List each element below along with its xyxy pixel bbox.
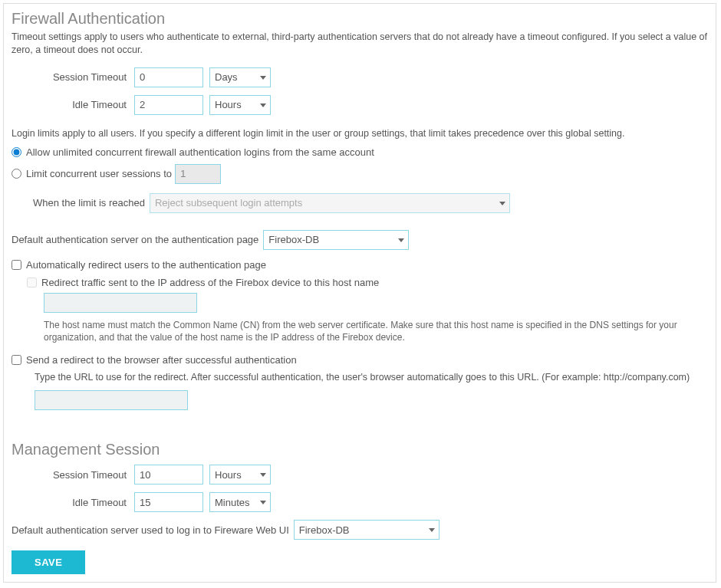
send-redirect-hint: Type the URL to use for the redirect. Af… [35, 372, 708, 383]
webui-auth-label: Default authentication server used to lo… [12, 524, 289, 536]
idle-timeout-row: Idle Timeout Hours [12, 95, 708, 115]
redirect-traffic-checkbox [27, 278, 37, 287]
when-limit-label: When the limit is reached [33, 197, 145, 209]
session-timeout-input[interactable] [134, 67, 203, 87]
mgmt-idle-timeout-row: Idle Timeout Minutes [12, 492, 708, 512]
mgmt-session-timeout-row: Session Timeout Hours [12, 465, 708, 485]
mgmt-idle-timeout-input[interactable] [134, 492, 203, 512]
when-limit-row: When the limit is reached Reject subsequ… [12, 193, 708, 213]
settings-panel: Firewall Authentication Timeout settings… [3, 3, 716, 583]
hostname-input [44, 293, 197, 313]
idle-timeout-unit-select[interactable]: Hours [209, 95, 271, 115]
redirect-traffic-label: Redirect traffic sent to the IP address … [41, 277, 379, 288]
mgmt-session-timeout-label: Session Timeout [12, 469, 134, 481]
allow-unlimited-radio[interactable] [12, 147, 21, 157]
limit-concurrent-row: Limit concurrent user sessions to [12, 164, 708, 184]
mgmt-idle-timeout-unit-select[interactable]: Minutes [209, 492, 271, 512]
mgmt-session-timeout-unit-select[interactable]: Hours [209, 465, 271, 485]
allow-unlimited-row: Allow unlimited concurrent firewall auth… [12, 146, 708, 158]
auto-redirect-row: Automatically redirect users to the auth… [12, 259, 708, 271]
auto-redirect-checkbox[interactable] [12, 260, 21, 270]
limit-concurrent-radio[interactable] [12, 169, 21, 179]
hostname-hint: The host name must match the Common Name… [44, 319, 708, 343]
redirect-traffic-row: Redirect traffic sent to the IP address … [27, 277, 708, 288]
auto-redirect-label: Automatically redirect users to the auth… [26, 259, 266, 271]
login-limits-note: Login limits apply to all users. If you … [12, 127, 708, 140]
when-limit-select: Reject subsequent login attempts [150, 193, 510, 213]
allow-unlimited-label: Allow unlimited concurrent firewall auth… [26, 146, 374, 158]
default-auth-row: Default authentication server on the aut… [12, 230, 708, 250]
send-redirect-row: Send a redirect to the browser after suc… [12, 354, 708, 366]
default-auth-label: Default authentication server on the aut… [12, 234, 258, 245]
idle-timeout-label: Idle Timeout [12, 99, 134, 110]
session-timeout-label: Session Timeout [12, 71, 134, 83]
management-session-title: Management Session [12, 441, 708, 458]
session-timeout-unit-select[interactable]: Days [209, 67, 271, 87]
save-button[interactable]: SAVE [12, 550, 85, 574]
firewall-auth-description: Timeout settings apply to users who auth… [12, 31, 708, 57]
send-redirect-checkbox[interactable] [12, 355, 21, 365]
session-timeout-row: Session Timeout Days [12, 67, 708, 87]
send-redirect-label: Send a redirect to the browser after suc… [26, 354, 297, 366]
firewall-auth-title: Firewall Authentication [12, 10, 708, 28]
webui-auth-row: Default authentication server used to lo… [12, 520, 708, 540]
webui-auth-select[interactable]: Firebox-DB [294, 520, 440, 540]
mgmt-idle-timeout-label: Idle Timeout [12, 497, 134, 508]
idle-timeout-input[interactable] [134, 95, 203, 115]
mgmt-session-timeout-input[interactable] [134, 465, 203, 485]
redirect-url-input [35, 390, 188, 410]
limit-concurrent-label: Limit concurrent user sessions to [26, 168, 172, 179]
management-session-section: Management Session Session Timeout Hours… [12, 441, 708, 540]
limit-concurrent-input [175, 164, 221, 184]
default-auth-select[interactable]: Firebox-DB [263, 230, 409, 250]
